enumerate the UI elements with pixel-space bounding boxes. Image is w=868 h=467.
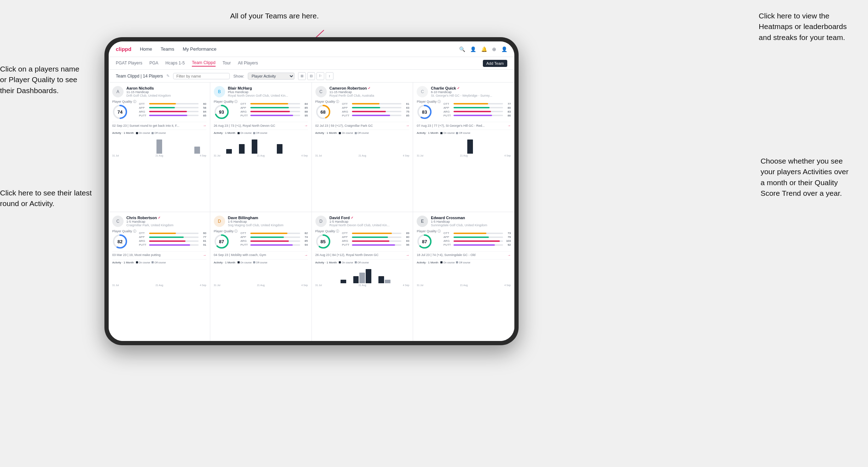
verified-icon: ✓ <box>351 216 354 220</box>
chart-labels: 31 Jul21 Aug4 Sep <box>214 154 308 157</box>
stat-ott: OTT 60 <box>139 102 206 106</box>
chart-area <box>315 136 410 154</box>
quality-circle[interactable]: 83 <box>417 104 432 120</box>
user-icon[interactable]: 👤 <box>470 46 476 52</box>
annotation-left-top: Click on a players nameor Player Quality… <box>0 64 79 96</box>
player-name[interactable]: Edward Crossman <box>431 216 511 220</box>
round-arrow-icon: → <box>507 253 511 257</box>
player-name[interactable]: Blair McHarg <box>228 86 308 90</box>
player-card[interactable]: C Cameron Robertson✓ 11-15 Handicap Roya… <box>312 82 413 212</box>
quality-stats: OTT 89 APP 80 ARG 83 PUTT 96 <box>342 232 409 246</box>
quality-number: 93 <box>219 109 224 115</box>
settings-icon[interactable]: ⊕ <box>492 46 496 52</box>
player-name[interactable]: Chris Robertson✓ <box>126 216 206 220</box>
subnav-all-players[interactable]: All Players <box>238 61 258 66</box>
stat-putt: PUTT 94 <box>240 243 308 246</box>
quality-circle[interactable]: 87 <box>417 234 432 249</box>
player-card[interactable]: D David Ford✓ 1-5 Handicap Royal North D… <box>312 212 413 341</box>
quality-circle[interactable]: 68 <box>315 104 331 120</box>
round-arrow-icon: → <box>406 253 409 257</box>
player-header: E Edward Crossman 1-5 Handicap Sunningda… <box>417 216 511 227</box>
last-round[interactable]: 02 Sep 23 | Sunset round to get back int… <box>112 122 206 127</box>
last-round-text: 26 Aug 23 | 84 (+12), Royal North Devon … <box>315 253 406 257</box>
player-handicap: 1-5 Handicap <box>126 220 206 223</box>
stat-arg: ARG 85 <box>240 239 308 243</box>
player-avatar: A <box>112 86 124 97</box>
stat-putt: PUTT 95 <box>240 114 308 117</box>
player-name[interactable]: Aaron Nicholls <box>126 86 206 90</box>
chart-area <box>112 266 206 283</box>
player-card[interactable]: B Blair McHarg Plus Handicap Royal North… <box>210 82 312 212</box>
subnav-pga[interactable]: PGA <box>149 61 158 66</box>
quality-label: Player Quality ⓘ <box>417 99 441 104</box>
view-list-icon[interactable]: ⊟ <box>307 72 315 80</box>
player-club: St. George's Hill GC - Weybridge - Surre… <box>431 94 511 97</box>
chart-area <box>315 266 410 283</box>
verified-icon: ✓ <box>158 216 161 220</box>
quality-stats: OTT 60 APP 77 ARG 81 PUTT 91 <box>139 232 206 246</box>
stat-ott: OTT 82 <box>240 232 308 235</box>
last-round[interactable]: 07 Aug 23 | 77 (+7), St George's Hill GC… <box>417 122 511 127</box>
player-club: Craigmillar Park, United Kingdom <box>126 223 206 227</box>
nav-home[interactable]: Home <box>140 46 152 52</box>
player-card[interactable]: E Edward Crossman 1-5 Handicap Sunningda… <box>413 212 514 341</box>
stat-arg: ARG 83 <box>444 110 511 113</box>
last-round[interactable]: 02 Jul 23 | 59 (+17), Craigmillar Park G… <box>315 122 410 127</box>
activity-legend: On course Off course <box>339 261 369 264</box>
player-name[interactable]: Dave Billingham <box>228 216 308 220</box>
show-label: Show: <box>233 74 244 78</box>
subnav-team-clippd[interactable]: Team Clippd <box>192 60 216 67</box>
nav-teams[interactable]: Teams <box>161 46 174 52</box>
last-round-text: 26 Aug 23 | 73 (+1), Royal North Devon G… <box>214 124 304 127</box>
player-name[interactable]: Cameron Robertson✓ <box>330 86 410 90</box>
quality-circle[interactable]: 87 <box>214 234 229 249</box>
subnav-pgat[interactable]: PGAT Players <box>116 61 142 66</box>
stat-app: APP 80 <box>444 106 511 109</box>
player-card[interactable]: D Dave Billingham 1-5 Handicap Sog Magin… <box>210 212 312 341</box>
quality-section: Player Quality ⓘ 74 OTT 60 APP 58 <box>112 99 206 120</box>
player-header: A Aaron Nicholls 11-15 Handicap Drift Go… <box>112 86 206 97</box>
player-info: Chris Robertson✓ 1-5 Handicap Craigmilla… <box>126 216 206 227</box>
stat-putt: PUTT 96 <box>342 243 409 246</box>
player-club: Sunningdale Golf Club, United Kingdom <box>431 223 511 227</box>
activity-legend: On course Off course <box>136 261 166 264</box>
edit-icon[interactable]: ✎ <box>166 74 170 78</box>
quality-stats: OTT 82 APP 74 ARG 85 PUTT 94 <box>240 232 308 246</box>
view-grid-icon[interactable]: ⊞ <box>298 72 306 80</box>
activity-legend: On course Off course <box>440 132 470 134</box>
filter-input[interactable] <box>173 73 230 79</box>
search-icon[interactable]: 🔍 <box>459 46 465 52</box>
activity-legend: On course Off course <box>339 132 369 134</box>
bell-icon[interactable]: 🔔 <box>481 46 487 52</box>
quality-circle[interactable]: 93 <box>214 104 229 120</box>
stat-ott: OTT 84 <box>240 102 308 106</box>
last-round[interactable]: 18 Jul 23 | 74 (+4), Sunningdale GC - Ol… <box>417 251 511 257</box>
subnav-hcaps[interactable]: Hcaps 1-5 <box>165 61 185 66</box>
quality-stats: OTT 84 APP 85 ARG 88 PUTT 95 <box>240 102 308 117</box>
player-name[interactable]: Charlie Quick✓ <box>431 86 511 90</box>
add-team-button[interactable]: Add Team <box>483 60 507 67</box>
quality-circle[interactable]: 82 <box>112 234 128 249</box>
view-filter-icon[interactable]: ⚐ <box>316 72 324 80</box>
player-card[interactable]: A Aaron Nicholls 11-15 Handicap Drift Go… <box>109 82 210 212</box>
player-name[interactable]: David Ford✓ <box>330 216 410 220</box>
subnav-tour[interactable]: Tour <box>223 61 231 66</box>
quality-stats: OTT 73 APP 79 ARG 103 PUTT 92 <box>444 232 511 246</box>
player-card[interactable]: C Chris Robertson✓ 1-5 Handicap Craigmil… <box>109 212 210 341</box>
avatar-icon[interactable]: 👤 <box>501 46 507 52</box>
view-sort-icon[interactable]: ↕ <box>326 72 333 80</box>
activity-section: Activity · 1 Month On course Off course … <box>417 130 511 157</box>
quality-circle[interactable]: 85 <box>315 234 331 249</box>
last-round[interactable]: 03 Mar 23 | 19, Must make putting → <box>112 251 206 257</box>
show-select[interactable]: Player Activity Quality Score Trend <box>248 73 295 80</box>
last-round[interactable]: 04 Sep 23 | Mobility with coach, Gym → <box>214 251 308 257</box>
quality-circle[interactable]: 74 <box>112 104 128 120</box>
quality-label: Player Quality ⓘ <box>315 99 339 104</box>
nav-performance[interactable]: My Performance <box>183 46 216 52</box>
player-handicap: 1-5 Handicap <box>431 220 511 223</box>
player-card[interactable]: C Charlie Quick✓ 6-10 Handicap St. Georg… <box>413 82 514 212</box>
player-handicap: 1-5 Handicap <box>330 220 410 223</box>
brand-logo[interactable]: clippd <box>116 46 131 52</box>
last-round[interactable]: 26 Aug 23 | 73 (+1), Royal North Devon G… <box>214 122 308 127</box>
last-round[interactable]: 26 Aug 23 | 84 (+12), Royal North Devon … <box>315 251 410 257</box>
